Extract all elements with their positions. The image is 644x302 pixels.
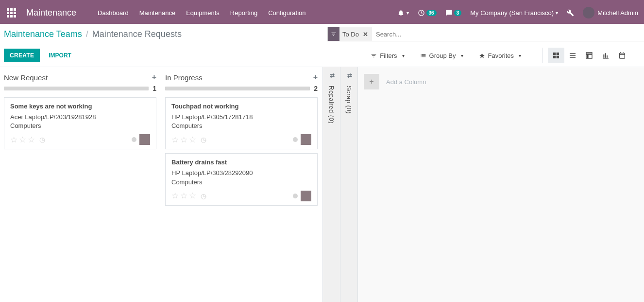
priority-star-icon[interactable]: ☆ <box>189 191 196 201</box>
activity-clock-icon[interactable]: ◷ <box>201 136 206 143</box>
column-add-icon[interactable]: + <box>313 73 318 82</box>
card-title: Some keys are not working <box>10 103 150 110</box>
card-equipment: Acer Laptop/LP/203/19281928 <box>10 113 150 122</box>
menu-reporting[interactable]: Reporting <box>230 9 257 17</box>
menu-maintenance[interactable]: Maintenance <box>139 9 175 17</box>
activity-clock-icon[interactable]: ◷ <box>201 192 206 200</box>
kanban-column: In Progress + 2 Touchpad not working HP … <box>161 67 322 302</box>
column-title[interactable]: In Progress <box>165 73 203 82</box>
kanban-board: New Request + 1 Some keys are not workin… <box>0 67 644 302</box>
column-title[interactable]: New Request <box>4 73 48 82</box>
create-button[interactable]: CREATE <box>4 49 40 62</box>
card-category: Computers <box>10 122 150 130</box>
priority-star-icon[interactable]: ☆ <box>180 191 187 201</box>
priority-star-icon[interactable]: ☆ <box>19 135 26 145</box>
folded-label: Scrap (0) <box>345 86 353 114</box>
assignee-avatar[interactable] <box>301 134 311 145</box>
breadcrumb: Maintenance Teams / Maintenance Requests <box>0 29 182 39</box>
priority-star-icon[interactable]: ☆ <box>189 135 196 145</box>
state-dot[interactable] <box>132 137 136 142</box>
kanban-card[interactable]: Touchpad not working HP Laptop/LP/305/17… <box>165 97 318 149</box>
menu-dashboard[interactable]: Dashboard <box>98 9 129 17</box>
facet-label: To Do <box>339 31 362 38</box>
top-nav: Maintenance Dashboard Maintenance Equipm… <box>0 1 644 24</box>
pivot-view-icon[interactable] <box>581 48 597 63</box>
import-button[interactable]: IMPORT <box>43 49 77 62</box>
notifications-icon[interactable]: ▾ <box>397 9 409 17</box>
groupby-button[interactable]: Group By▾ <box>420 52 463 59</box>
filter-icon <box>328 27 339 41</box>
filters-button[interactable]: Filters▾ <box>371 52 404 59</box>
add-column-label[interactable]: Add a Column <box>386 78 426 86</box>
debug-icon[interactable] <box>567 9 574 17</box>
menu-equipments[interactable]: Equipments <box>186 9 220 17</box>
discuss-badge: 3 <box>454 10 462 16</box>
menu-configuration[interactable]: Configuration <box>268 9 305 17</box>
company-switcher[interactable]: My Company (San Francisco) ▾ <box>470 9 558 17</box>
filters-label: Filters <box>380 52 397 59</box>
priority-star-icon[interactable]: ☆ <box>10 135 17 145</box>
card-equipment: HP Laptop/LP/303/28292090 <box>171 169 311 178</box>
card-category: Computers <box>171 178 311 187</box>
app-brand[interactable]: Maintenance <box>22 8 86 18</box>
user-name: Mitchell Admin <box>597 9 638 17</box>
priority-star-icon[interactable]: ☆ <box>180 135 187 145</box>
assignee-avatar[interactable] <box>301 191 311 201</box>
discuss-icon[interactable]: 3 <box>445 9 462 17</box>
priority-star-icon[interactable]: ☆ <box>171 191 179 201</box>
activity-clock-icon[interactable]: ◷ <box>39 136 45 143</box>
favorites-label: Favorites <box>488 52 514 59</box>
search-facet: To Do ✕ <box>328 27 372 41</box>
state-dot[interactable] <box>293 137 298 142</box>
folded-column[interactable]: ⇄ Repaired (0) <box>322 67 340 302</box>
activities-icon[interactable]: 36 <box>418 9 437 17</box>
activities-badge: 36 <box>426 10 437 16</box>
card-equipment: HP Laptop/LP/305/17281718 <box>171 113 311 122</box>
kanban-card[interactable]: Some keys are not working Acer Laptop/LP… <box>4 97 156 149</box>
search-bar[interactable]: To Do ✕ <box>327 27 644 41</box>
folded-label: Repaired (0) <box>328 86 335 124</box>
add-column-button[interactable]: + <box>364 74 379 89</box>
kanban-card[interactable]: Battery drains fast HP Laptop/LP/303/282… <box>165 153 318 205</box>
folded-column[interactable]: ⇄ Scrap (0) <box>340 67 357 302</box>
breadcrumb-parent[interactable]: Maintenance Teams <box>4 29 82 39</box>
column-progress-bar[interactable] <box>4 87 149 90</box>
priority-star-icon[interactable]: ☆ <box>28 135 35 145</box>
column-count: 1 <box>153 85 156 92</box>
card-title: Touchpad not working <box>171 103 311 110</box>
kanban-view-icon[interactable] <box>548 48 564 63</box>
column-add-icon[interactable]: + <box>152 73 156 82</box>
graph-view-icon[interactable] <box>597 48 614 63</box>
column-progress-bar[interactable] <box>165 87 310 90</box>
avatar <box>583 7 594 18</box>
favorites-button[interactable]: Favorites▾ <box>479 52 521 59</box>
column-count: 2 <box>314 85 318 92</box>
card-title: Battery drains fast <box>171 159 311 166</box>
calendar-view-icon[interactable] <box>614 48 630 63</box>
groupby-label: Group By <box>429 52 456 59</box>
control-panel: Maintenance Teams / Maintenance Requests… <box>0 24 644 67</box>
unfold-icon: ⇄ <box>330 72 334 79</box>
kanban-column: New Request + 1 Some keys are not workin… <box>0 67 161 302</box>
priority-star-icon[interactable]: ☆ <box>171 135 179 145</box>
list-view-icon[interactable] <box>564 48 581 63</box>
state-dot[interactable] <box>293 194 298 198</box>
card-category: Computers <box>171 122 311 130</box>
user-menu[interactable]: Mitchell Admin <box>583 7 638 18</box>
company-name: My Company (San Francisco) <box>470 9 554 17</box>
add-column-area: + Add a Column <box>357 67 644 302</box>
assignee-avatar[interactable] <box>139 134 150 145</box>
breadcrumb-sep: / <box>86 29 88 39</box>
unfold-icon: ⇄ <box>347 72 351 79</box>
facet-remove[interactable]: ✕ <box>362 31 372 38</box>
breadcrumb-current: Maintenance Requests <box>92 29 182 39</box>
search-input[interactable] <box>372 27 644 41</box>
apps-icon[interactable] <box>0 1 22 24</box>
